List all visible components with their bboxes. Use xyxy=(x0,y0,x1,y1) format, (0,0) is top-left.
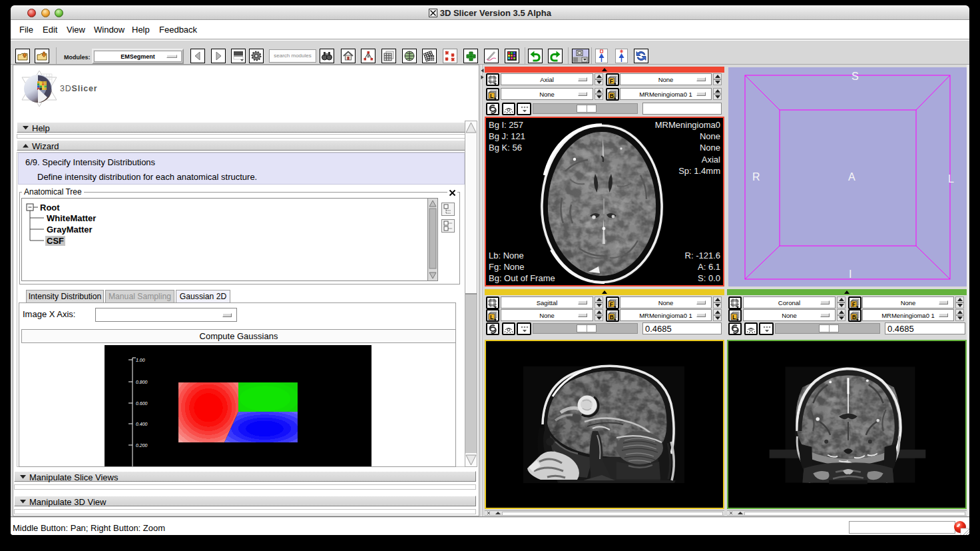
svg-text:0.800: 0.800 xyxy=(136,380,148,384)
svg-text:B: B xyxy=(610,93,614,99)
svg-text:B: B xyxy=(610,314,614,320)
svg-text:F: F xyxy=(852,301,856,308)
svg-text:0.600: 0.600 xyxy=(136,401,148,406)
svg-text:F: F xyxy=(610,301,613,308)
svg-text:F: F xyxy=(610,78,613,85)
svg-text:L: L xyxy=(732,314,736,320)
svg-text:R: R xyxy=(752,171,760,183)
svg-text:B: B xyxy=(852,314,856,320)
svg-text:L: L xyxy=(490,314,493,320)
svg-text:L: L xyxy=(948,173,954,185)
svg-text:0.200: 0.200 xyxy=(136,443,148,448)
svg-text:S: S xyxy=(852,71,859,82)
svg-text:I: I xyxy=(849,269,852,280)
svg-text:L: L xyxy=(490,93,493,99)
svg-text:A: A xyxy=(848,171,856,183)
svg-text:0.400: 0.400 xyxy=(136,422,148,426)
svg-text:1.00: 1.00 xyxy=(136,358,145,362)
